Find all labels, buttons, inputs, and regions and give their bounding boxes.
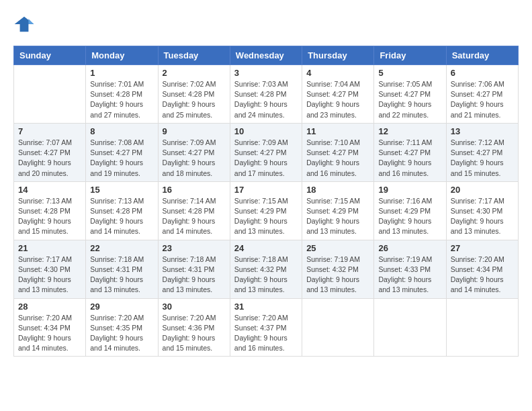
day-number: 16 [163,185,226,195]
logo-bird-icon [13,13,35,35]
calendar-cell: 4Sunrise: 7:04 AM Sunset: 4:27 PM Daylig… [302,65,374,124]
calendar-cell: 9Sunrise: 7:09 AM Sunset: 4:27 PM Daylig… [158,123,230,181]
day-number: 18 [306,185,369,195]
calendar-cell: 25Sunrise: 7:19 AM Sunset: 4:32 PM Dayli… [302,240,374,298]
day-number: 31 [234,302,298,312]
day-info: Sunrise: 7:20 AM Sunset: 4:37 PM Dayligh… [234,313,298,354]
calendar-cell: 21Sunrise: 7:17 AM Sunset: 4:30 PM Dayli… [14,240,86,298]
day-number: 24 [234,243,298,253]
page-header [13,13,519,35]
day-info: Sunrise: 7:16 AM Sunset: 4:29 PM Dayligh… [378,196,441,237]
day-info: Sunrise: 7:20 AM Sunset: 4:34 PM Dayligh… [451,255,514,295]
day-number: 11 [306,126,369,136]
day-number: 26 [378,243,441,253]
calendar-cell: 8Sunrise: 7:08 AM Sunset: 4:27 PM Daylig… [86,123,158,181]
logo [13,13,38,35]
day-info: Sunrise: 7:17 AM Sunset: 4:30 PM Dayligh… [451,196,514,237]
calendar-cell: 26Sunrise: 7:19 AM Sunset: 4:33 PM Dayli… [374,240,446,298]
day-number: 14 [18,185,81,195]
day-number: 3 [234,68,298,78]
calendar-cell: 17Sunrise: 7:15 AM Sunset: 4:29 PM Dayli… [230,181,302,240]
day-number: 21 [18,243,81,253]
day-info: Sunrise: 7:19 AM Sunset: 4:32 PM Dayligh… [306,255,369,295]
calendar-cell: 7Sunrise: 7:07 AM Sunset: 4:27 PM Daylig… [14,123,86,181]
day-info: Sunrise: 7:04 AM Sunset: 4:27 PM Dayligh… [306,79,369,120]
day-info: Sunrise: 7:10 AM Sunset: 4:27 PM Dayligh… [306,138,369,179]
calendar-cell: 14Sunrise: 7:13 AM Sunset: 4:28 PM Dayli… [14,181,86,240]
calendar-cell: 19Sunrise: 7:16 AM Sunset: 4:29 PM Dayli… [374,181,446,240]
calendar-cell: 28Sunrise: 7:20 AM Sunset: 4:34 PM Dayli… [14,298,86,357]
day-number: 12 [378,126,441,136]
calendar-cell: 24Sunrise: 7:18 AM Sunset: 4:32 PM Dayli… [230,240,302,298]
day-info: Sunrise: 7:02 AM Sunset: 4:28 PM Dayligh… [163,79,226,120]
day-info: Sunrise: 7:09 AM Sunset: 4:27 PM Dayligh… [234,138,298,179]
day-number: 30 [163,302,226,312]
day-info: Sunrise: 7:14 AM Sunset: 4:28 PM Dayligh… [163,196,226,237]
day-info: Sunrise: 7:11 AM Sunset: 4:27 PM Dayligh… [378,138,441,179]
day-info: Sunrise: 7:09 AM Sunset: 4:27 PM Dayligh… [163,138,226,179]
day-info: Sunrise: 7:01 AM Sunset: 4:28 PM Dayligh… [90,79,153,120]
calendar-cell: 3Sunrise: 7:03 AM Sunset: 4:28 PM Daylig… [230,65,302,124]
day-info: Sunrise: 7:13 AM Sunset: 4:28 PM Dayligh… [90,196,153,237]
weekday-header: Saturday [446,46,518,65]
calendar-cell: 12Sunrise: 7:11 AM Sunset: 4:27 PM Dayli… [374,123,446,181]
day-number: 7 [18,126,81,136]
day-info: Sunrise: 7:03 AM Sunset: 4:28 PM Dayligh… [234,79,298,120]
day-number: 9 [163,126,226,136]
weekday-header: Friday [374,46,446,65]
day-info: Sunrise: 7:20 AM Sunset: 4:35 PM Dayligh… [90,313,153,354]
day-info: Sunrise: 7:18 AM Sunset: 4:31 PM Dayligh… [90,255,153,295]
day-info: Sunrise: 7:19 AM Sunset: 4:33 PM Dayligh… [378,255,441,295]
calendar-table: SundayMondayTuesdayWednesdayThursdayFrid… [13,46,519,357]
day-info: Sunrise: 7:18 AM Sunset: 4:31 PM Dayligh… [163,255,226,295]
day-info: Sunrise: 7:08 AM Sunset: 4:27 PM Dayligh… [90,138,153,179]
day-number: 13 [451,126,514,136]
day-info: Sunrise: 7:18 AM Sunset: 4:32 PM Dayligh… [234,255,298,295]
svg-marker-1 [28,19,34,24]
day-number: 19 [378,185,441,195]
day-number: 20 [451,185,514,195]
day-info: Sunrise: 7:20 AM Sunset: 4:34 PM Dayligh… [18,313,81,354]
day-info: Sunrise: 7:07 AM Sunset: 4:27 PM Dayligh… [18,138,81,179]
day-number: 17 [234,185,298,195]
day-number: 10 [234,126,298,136]
day-number: 6 [451,68,514,78]
calendar-cell: 30Sunrise: 7:20 AM Sunset: 4:36 PM Dayli… [158,298,230,357]
day-number: 29 [90,302,153,312]
day-info: Sunrise: 7:15 AM Sunset: 4:29 PM Dayligh… [306,196,369,237]
calendar-cell: 15Sunrise: 7:13 AM Sunset: 4:28 PM Dayli… [86,181,158,240]
day-info: Sunrise: 7:06 AM Sunset: 4:27 PM Dayligh… [451,79,514,120]
calendar-cell: 18Sunrise: 7:15 AM Sunset: 4:29 PM Dayli… [302,181,374,240]
logo-inner [13,13,38,35]
calendar-cell: 23Sunrise: 7:18 AM Sunset: 4:31 PM Dayli… [158,240,230,298]
calendar-cell: 5Sunrise: 7:05 AM Sunset: 4:27 PM Daylig… [374,65,446,124]
calendar-cell: 27Sunrise: 7:20 AM Sunset: 4:34 PM Dayli… [446,240,518,298]
day-info: Sunrise: 7:15 AM Sunset: 4:29 PM Dayligh… [234,196,298,237]
day-number: 25 [306,243,369,253]
day-number: 28 [18,302,81,312]
day-info: Sunrise: 7:17 AM Sunset: 4:30 PM Dayligh… [18,255,81,295]
weekday-header: Thursday [302,46,374,65]
day-number: 2 [163,68,226,78]
calendar-cell: 16Sunrise: 7:14 AM Sunset: 4:28 PM Dayli… [158,181,230,240]
calendar-cell: 20Sunrise: 7:17 AM Sunset: 4:30 PM Dayli… [446,181,518,240]
calendar-cell [446,298,518,357]
day-info: Sunrise: 7:20 AM Sunset: 4:36 PM Dayligh… [163,313,226,354]
weekday-header: Wednesday [230,46,302,65]
calendar-cell [302,298,374,357]
calendar-cell [374,298,446,357]
calendar-cell: 10Sunrise: 7:09 AM Sunset: 4:27 PM Dayli… [230,123,302,181]
day-number: 8 [90,126,153,136]
day-number: 5 [378,68,441,78]
day-info: Sunrise: 7:13 AM Sunset: 4:28 PM Dayligh… [18,196,81,237]
calendar-cell: 11Sunrise: 7:10 AM Sunset: 4:27 PM Dayli… [302,123,374,181]
day-number: 23 [163,243,226,253]
calendar-cell [14,65,86,124]
weekday-header: Monday [86,46,158,65]
calendar-cell: 13Sunrise: 7:12 AM Sunset: 4:27 PM Dayli… [446,123,518,181]
day-info: Sunrise: 7:05 AM Sunset: 4:27 PM Dayligh… [378,79,441,120]
calendar-cell: 2Sunrise: 7:02 AM Sunset: 4:28 PM Daylig… [158,65,230,124]
day-number: 1 [90,68,153,78]
calendar-cell: 31Sunrise: 7:20 AM Sunset: 4:37 PM Dayli… [230,298,302,357]
calendar-cell: 22Sunrise: 7:18 AM Sunset: 4:31 PM Dayli… [86,240,158,298]
